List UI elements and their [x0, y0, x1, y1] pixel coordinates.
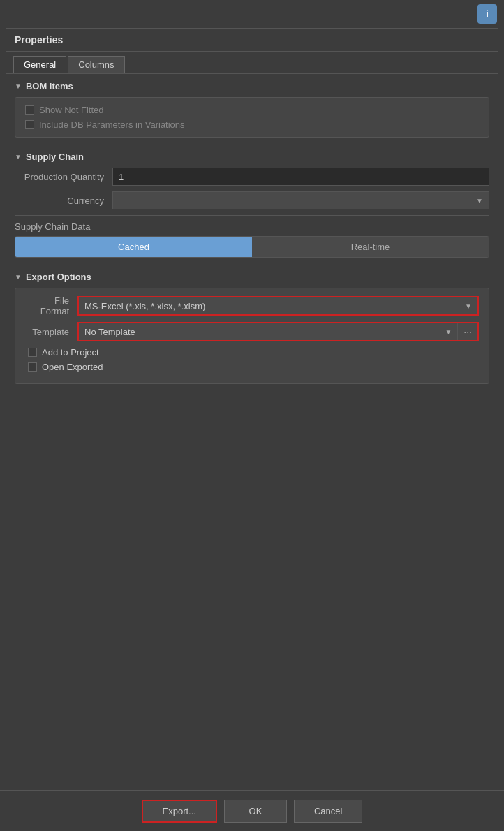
- bom-items-title: BOM Items: [26, 81, 73, 91]
- currency-dropdown-arrow: ▼: [476, 197, 483, 205]
- currency-select[interactable]: ▼: [112, 191, 489, 209]
- add-to-project-checkbox[interactable]: [28, 348, 37, 357]
- supply-chain-arrow: ▼: [15, 153, 22, 161]
- file-format-value: MS-Excel (*.xls, *.xlsx, *.xlsm): [84, 301, 205, 311]
- show-not-fitted-row: Show Not Fitted: [25, 105, 479, 115]
- file-format-row: File Format MS-Excel (*.xls, *.xlsx, *.x…: [25, 295, 479, 316]
- export-options-box: File Format MS-Excel (*.xls, *.xlsx, *.x…: [15, 288, 489, 384]
- divider-1: [15, 215, 489, 216]
- template-more-button[interactable]: ···: [457, 323, 477, 340]
- add-to-project-label: Add to Project: [42, 347, 99, 358]
- ok-button[interactable]: OK: [224, 800, 287, 823]
- bottom-bar: Export... OK Cancel: [0, 790, 504, 831]
- tab-columns[interactable]: Columns: [68, 56, 124, 73]
- open-exported-row: Open Exported: [25, 362, 479, 372]
- panel-title: Properties: [6, 29, 498, 52]
- production-quantity-label: Production Quantity: [15, 172, 112, 182]
- top-bar: i: [0, 0, 504, 28]
- template-row: Template No Template ▼ ···: [25, 322, 479, 341]
- tab-columns-label: Columns: [78, 59, 114, 70]
- currency-row: Currency ▼: [15, 191, 489, 209]
- export-options-arrow: ▼: [15, 273, 22, 281]
- info-icon: i: [486, 8, 489, 20]
- open-exported-checkbox[interactable]: [28, 362, 37, 372]
- template-value: No Template: [84, 327, 135, 337]
- realtime-label: Real-time: [351, 242, 390, 252]
- bom-items-header: ▼ BOM Items: [15, 81, 489, 91]
- export-options-header: ▼ Export Options: [15, 272, 489, 282]
- currency-label: Currency: [15, 196, 112, 206]
- include-db-params-row: Include DB Parameters in Variations: [25, 119, 479, 130]
- cancel-button[interactable]: Cancel: [294, 800, 362, 823]
- supply-chain-section: ▼ Supply Chain Production Quantity Curre…: [6, 145, 498, 265]
- include-db-params-label: Include DB Parameters in Variations: [39, 119, 185, 130]
- cached-label: Cached: [118, 242, 149, 252]
- bom-items-arrow: ▼: [15, 82, 22, 90]
- export-button[interactable]: Export...: [142, 800, 217, 823]
- template-select-wrapper: No Template ▼ ···: [77, 322, 479, 341]
- realtime-button[interactable]: Real-time: [252, 237, 489, 257]
- info-button[interactable]: i: [477, 4, 497, 24]
- supply-chain-toggle: Cached Real-time: [15, 236, 489, 258]
- tab-general[interactable]: General: [13, 56, 66, 73]
- properties-panel: Properties General Columns ▼ BOM Items S…: [6, 28, 498, 790]
- open-exported-label: Open Exported: [42, 362, 103, 372]
- cached-button[interactable]: Cached: [15, 237, 252, 257]
- file-format-label: File Format: [25, 295, 77, 316]
- supply-chain-data-label: Supply Chain Data: [15, 221, 90, 232]
- tab-general-label: General: [24, 59, 56, 70]
- cancel-label: Cancel: [314, 806, 342, 816]
- bom-items-box: Show Not Fitted Include DB Parameters in…: [15, 97, 489, 138]
- add-to-project-row: Add to Project: [25, 347, 479, 358]
- bom-items-section: ▼ BOM Items Show Not Fitted Include DB P…: [6, 74, 498, 145]
- tabs-row: General Columns: [6, 52, 498, 74]
- export-options-section: ▼ Export Options File Format MS-Excel (*…: [6, 265, 498, 391]
- supply-chain-title: Supply Chain: [26, 152, 84, 162]
- template-dropdown-arrow: ▼: [445, 328, 452, 336]
- template-select[interactable]: No Template ▼: [79, 323, 457, 340]
- include-db-params-checkbox[interactable]: [25, 120, 34, 129]
- export-label: Export...: [163, 806, 196, 816]
- template-label: Template: [25, 327, 77, 337]
- export-options-title: Export Options: [26, 272, 91, 282]
- production-quantity-input[interactable]: [112, 168, 489, 186]
- supply-chain-header: ▼ Supply Chain: [15, 152, 489, 162]
- show-not-fitted-label: Show Not Fitted: [39, 105, 104, 115]
- show-not-fitted-checkbox[interactable]: [25, 105, 34, 115]
- production-quantity-row: Production Quantity: [15, 168, 489, 186]
- ok-label: OK: [249, 806, 262, 816]
- file-format-select[interactable]: MS-Excel (*.xls, *.xlsx, *.xlsm) ▼: [77, 296, 479, 316]
- file-format-arrow: ▼: [465, 302, 472, 310]
